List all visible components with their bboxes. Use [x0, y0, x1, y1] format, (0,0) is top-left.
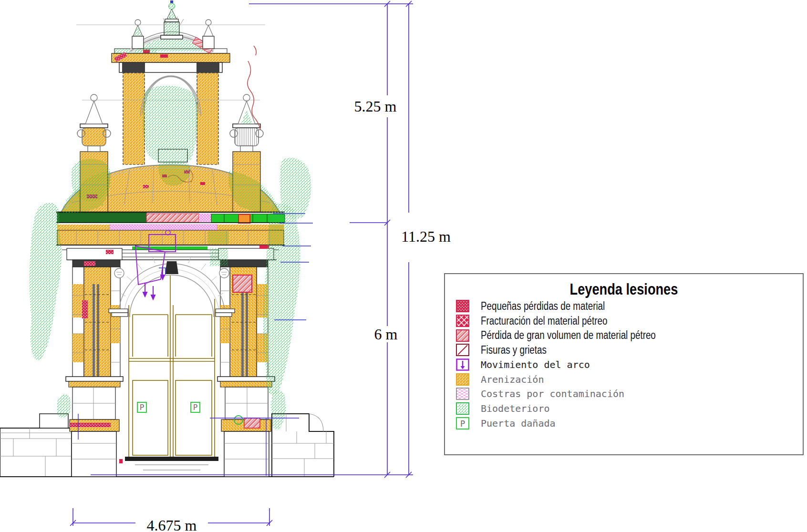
- entablature-orange-box: [238, 215, 250, 223]
- ground-walls: [0, 414, 334, 477]
- imposts: [109, 309, 235, 317]
- entablature-red-hatch-band: [146, 214, 199, 222]
- legend-item-movimiento-arco: Movimiento del arco: [445, 358, 803, 372]
- legend-item-biodeterioro: Biodeterioro: [445, 401, 803, 416]
- legend-item-label: Puerta dañada: [481, 418, 556, 429]
- legend-item-costras: Costras por contaminación: [445, 387, 803, 401]
- green-speckle-swatch-icon: [456, 402, 469, 415]
- door-damage-marker-right: P: [191, 402, 200, 412]
- costras-band: [110, 225, 217, 230]
- legend-title: Leyenda lesiones: [481, 280, 767, 298]
- pinnacle-right: [203, 20, 214, 49]
- legend-item-label: Arenización: [481, 374, 544, 385]
- pink-dashes-swatch-icon: [456, 388, 469, 400]
- legend-item-fisuras: Fisuras y grietas: [445, 343, 803, 358]
- door-damage-marker-left: P: [137, 402, 146, 412]
- page: P P: [0, 0, 807, 532]
- door-marker-letter-left: P: [140, 403, 145, 412]
- dimension-label-lower-height: 6 m: [374, 326, 398, 343]
- right-pedestal-loss-patch: [244, 418, 260, 428]
- keystone: [165, 261, 178, 274]
- legend-item-pequenas-perdidas: Pequeñas pérdidas de material: [445, 299, 803, 314]
- legend-box: Leyenda lesiones Pequeñas pérdidas de ma…: [444, 273, 804, 455]
- legend-item-label: Pérdida de gran volumen de material pétr…: [481, 329, 656, 342]
- legend-item-perdida-gran-volumen: Pérdida de gran volumen de material pétr…: [445, 328, 803, 343]
- legend-item-label: Costras por contaminación: [481, 388, 624, 399]
- legend-item-fracturacion: Fracturación del material pétreo: [445, 314, 803, 328]
- legend-item-label: Biodeterioro: [481, 403, 550, 414]
- yellow-speckle-swatch-icon: [456, 373, 469, 386]
- door: [129, 276, 215, 457]
- medallion-left: [114, 268, 124, 278]
- column-group-left: [66, 248, 123, 477]
- arch-green-strip: [132, 246, 207, 250]
- pinnacle-left: [132, 20, 144, 49]
- legend-item-puerta-danada: P Puerta dañada: [445, 416, 803, 431]
- legend-item-label: Movimiento del arco: [481, 359, 590, 370]
- medallion-right: [219, 268, 229, 278]
- red-hatch-swatch-icon: [456, 329, 469, 342]
- damaged-door-swatch-icon: P: [456, 417, 469, 430]
- door-marker-glyph: P: [460, 419, 465, 429]
- legend-item-arenizacion: Arenización: [445, 372, 803, 387]
- red-diagonal-swatch-icon: [456, 344, 469, 356]
- door-sill: [125, 457, 218, 470]
- purple-arrow-swatch-icon: [456, 358, 469, 371]
- door-marker-letter-right: P: [193, 403, 198, 412]
- dimension-label-width: 4.675 m: [147, 517, 197, 532]
- red-speckle-swatch-icon: [456, 300, 469, 312]
- legend-item-label: Pequeñas pérdidas de material: [481, 300, 605, 313]
- dimension-label-total-height: 11.25 m: [401, 228, 451, 246]
- dimension-label-upper-height: 5.25 m: [354, 98, 397, 115]
- legend-item-label: Fracturación del material pétreo: [481, 315, 607, 327]
- right-pier-loss-patch: [233, 275, 252, 292]
- legend-rows: Pequeñas pérdidas de material Fracturaci…: [445, 299, 803, 430]
- legend-item-label: Fisuras y grietas: [481, 344, 547, 357]
- red-diamond-swatch-icon: [456, 315, 469, 327]
